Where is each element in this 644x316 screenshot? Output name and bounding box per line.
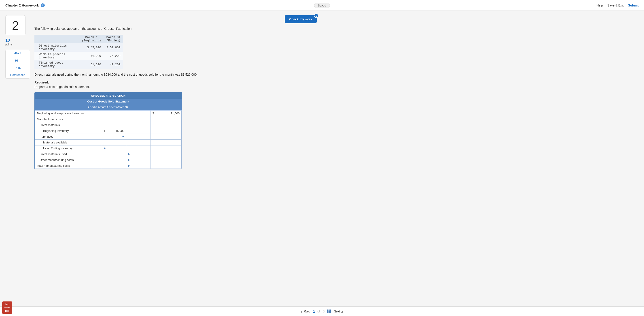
row-label: Less: Ending inventory <box>35 145 102 151</box>
table-row: Beginning work-in-process inventory $71,… <box>35 111 182 116</box>
balance-table: March 1(Beginning) March 31(Ending) Dire… <box>34 35 123 69</box>
nav-actions: Help Save & Exit Submit <box>596 4 639 7</box>
question-number-box: 2 <box>5 15 26 35</box>
row-value-end: 75,200 <box>104 52 123 60</box>
row-label: Manufacturing costs: <box>35 116 102 122</box>
main-container: 2 10 points eBook Hint Print References … <box>0 11 322 187</box>
row-label: Beginning inventory <box>35 128 102 134</box>
triangle-marker-icon <box>128 164 130 167</box>
references-link[interactable]: References <box>6 71 30 78</box>
table-row: Direct materials used <box>35 151 182 157</box>
col-march1-header: March 1(Beginning) <box>79 35 104 43</box>
saved-badge: Saved <box>314 3 330 8</box>
row-value: $71,000 <box>150 111 182 116</box>
table-row: Finished goods inventory 51,500 47,200 <box>34 60 123 69</box>
table-row: Work-in-process inventory 71,000 75,200 <box>34 52 123 60</box>
cogs-title: GREUSEL FABRICATION <box>35 93 182 99</box>
row-label: Beginning work-in-process inventory <box>35 111 102 116</box>
row-label: Work-in-process inventory <box>34 52 79 60</box>
points-value: 10 <box>5 38 30 43</box>
row-label: Other manufacturing costs <box>35 157 102 163</box>
question-number: 2 <box>12 18 19 33</box>
question-text: The following balances appear on the acc… <box>34 27 317 31</box>
row-label: Materials available <box>35 140 102 145</box>
row-value-begin: 51,500 <box>79 60 104 69</box>
row-input-col1[interactable] <box>102 111 126 116</box>
table-row: Direct materials: <box>35 122 182 128</box>
description-text: Direct materials used during the month a… <box>34 72 317 77</box>
triangle-marker-icon <box>128 159 130 161</box>
table-row: Other manufacturing costs <box>35 157 182 163</box>
sidebar: 2 10 points eBook Hint Print References <box>5 15 30 183</box>
info-icon[interactable]: i <box>41 3 45 8</box>
row-value-begin: 71,000 <box>79 52 104 60</box>
sidebar-links: eBook Hint Print References <box>5 50 30 79</box>
check-my-work-wrapper: Check my work 1 <box>34 15 317 23</box>
submit-link[interactable]: Submit <box>628 4 639 7</box>
required-label: Required: <box>34 81 317 84</box>
prepare-text: Prepare a cost of goods sold statement. <box>34 85 317 89</box>
save-exit-link[interactable]: Save & Exit <box>607 4 624 7</box>
table-row: Purchases <box>35 134 182 140</box>
row-input-col2[interactable] <box>126 111 150 116</box>
table-row: Materials available <box>35 140 182 145</box>
row-label: Direct materials inventory <box>34 43 79 52</box>
row-value-end: 47,200 <box>104 60 123 69</box>
cogs-table: Beginning work-in-process inventory $71,… <box>35 110 182 169</box>
table-row: Beginning inventory $45,000 <box>35 128 182 134</box>
hint-link[interactable]: Hint <box>6 57 30 64</box>
table-row: Less: Ending inventory <box>35 145 182 151</box>
table-row: Manufacturing costs: <box>35 116 182 122</box>
notification-badge: 1 <box>314 14 318 18</box>
points-label: points <box>5 43 30 46</box>
print-link[interactable]: Print <box>6 64 30 71</box>
top-navigation: Chapter 2 Homework i Saved Help Save & E… <box>0 0 644 11</box>
content-area: Check my work 1 The following balances a… <box>34 15 317 183</box>
row-value-end: $ 50,000 <box>104 43 123 52</box>
page-title: Chapter 2 Homework <box>5 3 39 7</box>
row-label: Total manufacturing costs <box>35 163 102 169</box>
col-march31-header: March 31(Ending) <box>104 35 123 43</box>
check-btn-label: Check my work <box>289 18 312 21</box>
table-row: Total manufacturing costs <box>35 163 182 169</box>
table-row: Direct materials inventory $ 45,000 $ 50… <box>34 43 123 52</box>
cogs-period: For the Month Ended March 31 <box>35 104 182 110</box>
ebook-link[interactable]: eBook <box>6 50 30 57</box>
row-label: Direct materials used <box>35 151 102 157</box>
row-label: Direct materials: <box>35 122 102 128</box>
cogs-subtitle: Cost of Goods Sold Statement <box>35 99 182 104</box>
row-label: Finished goods inventory <box>34 60 79 69</box>
check-my-work-button[interactable]: Check my work 1 <box>285 15 317 23</box>
dropdown-arrow-icon[interactable] <box>122 136 124 137</box>
cogs-statement: GREUSEL FABRICATION Cost of Goods Sold S… <box>34 92 182 169</box>
triangle-marker-icon <box>104 147 106 150</box>
help-link[interactable]: Help <box>596 4 603 7</box>
triangle-marker-icon <box>128 153 130 156</box>
row-value-begin: $ 45,000 <box>79 43 104 52</box>
saved-status: Saved <box>314 4 330 7</box>
row-label: Purchases <box>35 134 102 140</box>
